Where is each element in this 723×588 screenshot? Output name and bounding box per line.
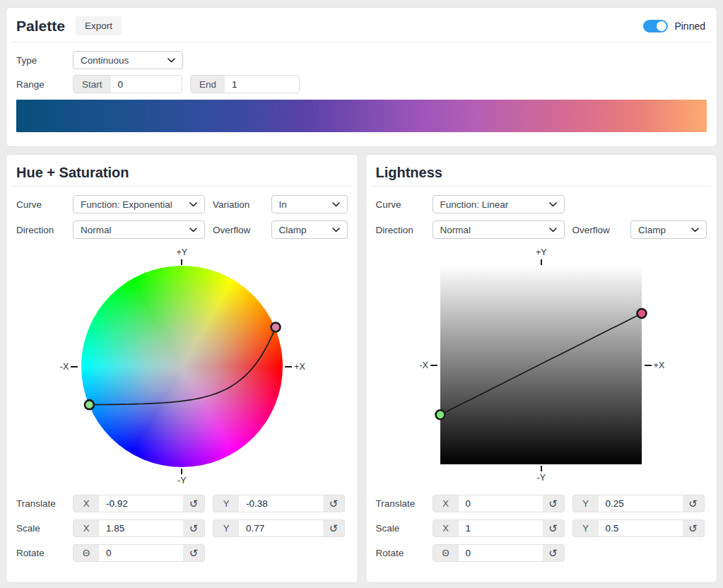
translate-x-field[interactable]: X 0 ↺ <box>433 495 565 512</box>
curve-label: Curve <box>16 199 73 210</box>
axis-label-plus-y: +Y <box>536 247 547 258</box>
lightness-curve-chart <box>440 266 642 464</box>
axis-label-plus-y: +Y <box>176 247 187 258</box>
curve-line <box>89 327 276 405</box>
reset-icon[interactable]: ↺ <box>183 520 204 536</box>
curve-start-handle[interactable] <box>436 410 445 419</box>
rotate-label: Rotate <box>16 548 73 558</box>
scale-label: Scale <box>376 523 433 534</box>
translate-y-input[interactable]: 0.25 <box>599 495 683 512</box>
overflow-label: Overflow <box>205 225 271 235</box>
range-label: Range <box>16 79 73 90</box>
palette-editor-page: Palette Export Pinned Type Continuous Ra… <box>0 0 723 588</box>
overflow-select[interactable]: Clamp <box>630 220 707 239</box>
chevron-down-icon <box>549 228 557 233</box>
curve-select[interactable]: Function: Linear <box>433 195 565 213</box>
direction-select[interactable]: Normal <box>433 220 565 239</box>
reset-icon[interactable]: ↺ <box>323 495 344 512</box>
curve-select[interactable]: Function: Exponential <box>73 195 205 213</box>
axis-label-plus-x: +X <box>654 360 665 370</box>
chevron-down-icon <box>189 202 197 207</box>
curve-line <box>440 313 642 414</box>
curve-start-handle[interactable] <box>85 400 94 409</box>
reset-icon[interactable]: ↺ <box>683 495 704 512</box>
scale-y-input[interactable]: 0.5 <box>599 520 683 536</box>
range-start-label: Start <box>74 76 111 93</box>
axis-tick-right <box>645 365 652 366</box>
range-end-input[interactable]: 1 <box>225 76 299 93</box>
range-end-field[interactable]: End 1 <box>190 75 300 93</box>
reset-icon[interactable]: ↺ <box>183 545 204 561</box>
reset-icon[interactable]: ↺ <box>183 495 204 512</box>
axis-tick-bottom <box>181 469 182 474</box>
type-select[interactable]: Continuous <box>73 51 183 69</box>
chevron-down-icon <box>549 202 557 207</box>
lightness-panel: Lightness Curve Function: Linear Directi… <box>365 154 718 583</box>
axis-tick-left <box>430 365 437 366</box>
rotate-field[interactable]: Θ 0 ↺ <box>433 544 565 562</box>
direction-label: Direction <box>16 225 73 235</box>
palette-gradient-preview <box>16 100 707 132</box>
axis-tick-right <box>285 366 292 368</box>
page-title: Palette <box>16 17 65 35</box>
hue-saturation-title: Hue + Saturation <box>16 163 348 182</box>
pinned-toggle[interactable] <box>643 20 668 33</box>
axis-label-minus-x: -X <box>419 360 428 370</box>
variation-select[interactable]: In <box>271 195 348 213</box>
range-end-label: End <box>191 76 225 93</box>
translate-x-input[interactable]: 0 <box>459 495 543 512</box>
direction-select[interactable]: Normal <box>73 220 205 239</box>
export-button[interactable]: Export <box>76 16 122 35</box>
translate-y-input[interactable]: -0.38 <box>239 495 323 512</box>
scale-x-field[interactable]: X 1.85 ↺ <box>73 519 205 537</box>
reset-icon[interactable]: ↺ <box>683 520 704 536</box>
scale-label: Scale <box>16 523 73 534</box>
axis-label-plus-x: +X <box>294 362 305 372</box>
translate-label: Translate <box>16 498 73 509</box>
chevron-down-icon <box>332 228 340 233</box>
curve-end-handle[interactable] <box>271 322 280 331</box>
rotate-label: Rotate <box>376 548 433 558</box>
rotate-field[interactable]: Θ 0 ↺ <box>73 544 205 562</box>
reset-icon[interactable]: ↺ <box>543 495 564 512</box>
curve-end-handle[interactable] <box>637 309 647 318</box>
hue-curve-chart <box>81 266 283 467</box>
direction-label: Direction <box>376 225 433 235</box>
scale-y-field[interactable]: Y 0.77 ↺ <box>213 519 345 537</box>
overflow-select[interactable]: Clamp <box>271 220 348 239</box>
scale-x-input[interactable]: 1 <box>459 520 543 536</box>
chevron-down-icon <box>167 58 175 63</box>
scale-x-input[interactable]: 1.85 <box>99 520 183 536</box>
axis-tick-top <box>541 259 542 265</box>
reset-icon[interactable]: ↺ <box>323 520 344 536</box>
translate-y-field[interactable]: Y 0.25 ↺ <box>572 495 705 512</box>
pinned-toggle-knob <box>657 21 666 31</box>
chevron-down-icon <box>189 228 197 233</box>
range-start-field[interactable]: Start 0 <box>73 75 182 93</box>
chevron-down-icon <box>332 202 340 207</box>
palette-card: Palette Export Pinned Type Continuous Ra… <box>6 7 717 147</box>
hue-saturation-panel: Hue + Saturation Curve Function: Exponen… <box>6 154 358 583</box>
axis-tick-bottom <box>541 466 542 471</box>
axis-label-minus-x: -X <box>60 362 69 372</box>
lightness-title: Lightness <box>376 163 707 182</box>
reset-icon[interactable]: ↺ <box>543 545 564 561</box>
rotate-input[interactable]: 0 <box>459 545 543 561</box>
axis-tick-left <box>71 366 78 368</box>
scale-x-field[interactable]: X 1 ↺ <box>433 519 565 537</box>
translate-y-field[interactable]: Y -0.38 ↺ <box>213 495 345 512</box>
curve-label: Curve <box>376 199 433 210</box>
variation-label: Variation <box>205 199 271 210</box>
scale-y-field[interactable]: Y 0.5 ↺ <box>572 519 705 537</box>
chevron-down-icon <box>691 228 699 233</box>
scale-y-input[interactable]: 0.77 <box>239 520 323 536</box>
pinned-label: Pinned <box>674 20 705 32</box>
translate-x-input[interactable]: -0.92 <box>99 495 183 512</box>
range-start-input[interactable]: 0 <box>111 76 182 93</box>
rotate-input[interactable]: 0 <box>99 545 183 561</box>
reset-icon[interactable]: ↺ <box>543 520 564 536</box>
translate-label: Translate <box>376 498 433 509</box>
translate-x-field[interactable]: X -0.92 ↺ <box>73 495 205 512</box>
axis-label-minus-y: -Y <box>177 475 187 486</box>
overflow-label: Overflow <box>565 225 631 235</box>
